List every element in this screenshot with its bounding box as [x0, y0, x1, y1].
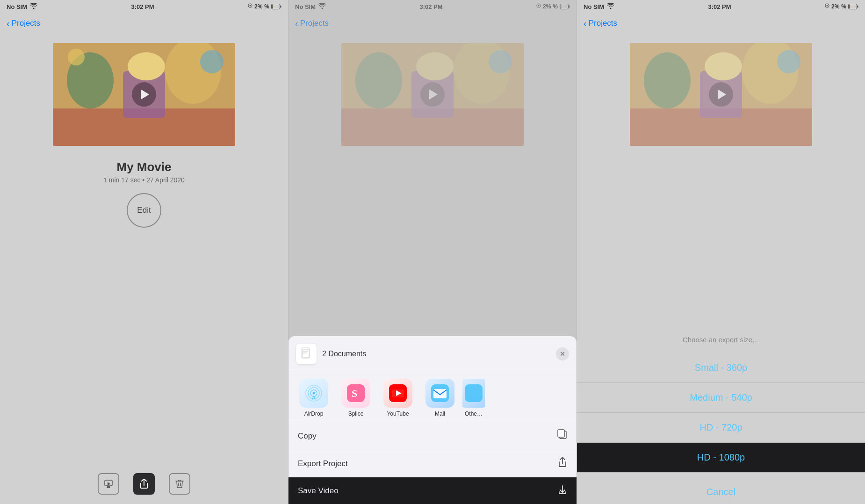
status-time-1: 3:02 PM: [131, 3, 154, 10]
copy-label: Copy: [298, 432, 551, 441]
youtube-app-item[interactable]: YouTube: [378, 379, 418, 417]
save-video-label: Save Video: [298, 486, 552, 496]
status-left-3: No SIM: [584, 3, 614, 10]
share-sheet-header: 2 Documents ✕: [288, 336, 577, 370]
svg-rect-49: [558, 430, 564, 437]
delete-toolbar-button[interactable]: [169, 473, 190, 495]
save-video-action[interactable]: Save Video: [288, 477, 577, 504]
share-close-button[interactable]: ✕: [556, 347, 569, 360]
svg-point-51: [826, 5, 828, 7]
other-label: Othe…: [465, 410, 483, 417]
other-icon: [462, 379, 485, 408]
export-header: Choose an export size…: [577, 322, 865, 348]
chevron-left-icon-3: ‹: [584, 19, 587, 28]
svg-point-58: [644, 52, 691, 108]
export-720p[interactable]: HD - 720p: [577, 413, 865, 443]
no-sim-label-1: No SIM: [7, 3, 27, 10]
svg-point-36: [313, 392, 315, 395]
back-label-3: Projects: [589, 19, 617, 28]
nav-bar-1: ‹ Projects: [0, 13, 288, 34]
share-doc-icon: [296, 344, 317, 364]
share-sheet: 2 Documents ✕ AirDrop: [288, 336, 577, 504]
battery-pct-1: 2%: [254, 3, 262, 10]
play-triangle-3: [718, 89, 726, 100]
export-cancel-button[interactable]: Cancel: [586, 480, 856, 504]
export-540p[interactable]: Medium - 540p: [577, 383, 865, 413]
svg-rect-17: [107, 487, 110, 488]
movie-title: My Movie: [116, 160, 171, 174]
airdrop-label: AirDrop: [304, 410, 324, 417]
save-video-icon: [558, 484, 567, 497]
copy-icon: [557, 429, 567, 443]
svg-rect-54: [857, 6, 858, 8]
panel-3: No SIM 3:02 PM 2%% ‹: [577, 0, 865, 504]
export-header-text: Choose an export size…: [683, 336, 759, 344]
battery-pct-3: 2%: [831, 3, 839, 10]
export-options: Small - 360p Medium - 540p HD - 720p HD …: [577, 353, 865, 473]
back-button-3[interactable]: ‹ Projects: [584, 19, 617, 28]
export-project-action[interactable]: Export Project: [288, 450, 577, 477]
edit-button[interactable]: Edit: [127, 193, 161, 228]
bottom-toolbar: [0, 466, 288, 504]
movie-meta: 1 min 17 sec • 27 April 2020: [103, 176, 185, 184]
svg-rect-4: [280, 6, 281, 8]
action-rows: Copy Export Project: [288, 422, 577, 504]
splice-app-item[interactable]: S Splice: [336, 379, 375, 417]
status-right-3: 2%%: [825, 3, 858, 10]
export-section: Choose an export size… Small - 360p Medi…: [577, 322, 865, 504]
svg-point-61: [705, 52, 742, 80]
no-sim-label-3: No SIM: [584, 3, 604, 10]
mail-label: Mail: [435, 410, 445, 417]
wifi-icon-1: [30, 3, 37, 10]
svg-rect-47: [465, 384, 483, 402]
play-btn-overlay-3: [709, 82, 733, 107]
location-icon-1: [248, 3, 252, 10]
share-apps-row: AirDrop S Splic: [288, 370, 577, 422]
wifi-icon-3: [607, 3, 614, 10]
splice-label: Splice: [348, 410, 364, 417]
mail-icon: [425, 379, 454, 408]
svg-rect-46: [433, 389, 447, 398]
airdrop-icon: [299, 379, 328, 408]
panel1-content: My Movie 1 min 17 sec • 27 April 2020 Ed…: [0, 34, 288, 466]
splice-icon: S: [341, 379, 370, 408]
video-thumbnail-3: [630, 43, 812, 146]
panel-2: No SIM 3:02 PM 2%% ‹: [288, 0, 577, 504]
battery-icon-1: [271, 4, 281, 9]
youtube-icon: [383, 379, 412, 408]
play-triangle-1: [141, 89, 149, 100]
copy-action[interactable]: Copy: [288, 422, 577, 450]
svg-rect-32: [303, 349, 309, 358]
back-label-1: Projects: [12, 19, 40, 28]
export-project-label: Export Project: [298, 459, 552, 468]
play-btn-overlay-1: [132, 82, 156, 107]
back-button-1[interactable]: ‹ Projects: [7, 19, 40, 28]
export-360p[interactable]: Small - 360p: [577, 353, 865, 383]
svg-rect-16: [107, 486, 110, 487]
chevron-left-icon-1: ‹: [7, 19, 10, 28]
svg-point-13: [68, 49, 85, 65]
airdrop-app-item[interactable]: AirDrop: [294, 379, 333, 417]
video-thumbnail-1[interactable]: [53, 43, 235, 146]
status-time-3: 3:02 PM: [708, 3, 731, 10]
svg-point-62: [777, 50, 800, 73]
export-1080p[interactable]: HD - 1080p: [577, 443, 865, 473]
panel-1: No SIM 3:02 PM 2%% ‹: [0, 0, 288, 504]
mail-app-item[interactable]: Mail: [420, 379, 460, 417]
location-icon-3: [825, 3, 829, 10]
battery-icon-3: [848, 4, 858, 9]
share-toolbar-button[interactable]: [133, 473, 155, 495]
export-project-icon: [558, 457, 567, 470]
panel3-content: [577, 34, 865, 322]
other-app-item[interactable]: Othe…: [462, 379, 485, 417]
svg-point-12: [200, 50, 223, 73]
status-bar-3: No SIM 3:02 PM 2%%: [577, 0, 865, 13]
status-bar-1: No SIM 3:02 PM 2%%: [0, 0, 288, 13]
svg-text:S: S: [352, 388, 357, 399]
share-doc-label: 2 Documents: [322, 350, 366, 358]
svg-point-11: [128, 52, 165, 80]
play-toolbar-button[interactable]: [98, 473, 119, 495]
youtube-label: YouTube: [387, 410, 409, 417]
svg-marker-15: [108, 482, 110, 486]
nav-bar-3: ‹ Projects: [577, 13, 865, 34]
